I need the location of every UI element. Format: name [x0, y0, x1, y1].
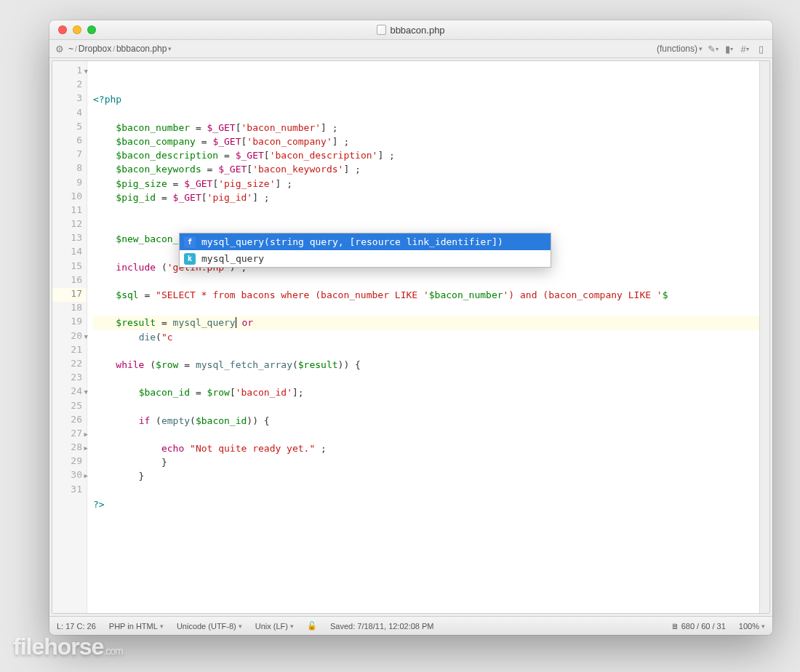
titlebar[interactable]: bbbacon.php: [49, 20, 772, 40]
code-line[interactable]: }: [93, 455, 759, 469]
code-line[interactable]: while ($row = mysql_fetch_array($result)…: [93, 358, 759, 372]
code-line[interactable]: }: [93, 469, 759, 483]
language-selector[interactable]: PHP in HTML▾: [109, 622, 164, 631]
close-button[interactable]: [58, 25, 67, 34]
files-icon[interactable]: ▮▾: [723, 44, 735, 54]
statusbar: L: 17 C: 26 PHP in HTML▾ Unicode (UTF-8)…: [49, 616, 772, 635]
editor-window: bbbacon.php ⚙ ~/Dropbox/bbbacon.php ▾ (f…: [49, 20, 772, 635]
code-line[interactable]: [93, 302, 759, 316]
code-line[interactable]: $result = mysql_query or: [93, 316, 759, 329]
autocomplete-item[interactable]: fmysql_query(string query, [resource lin…: [180, 233, 551, 250]
functions-dropdown[interactable]: (functions)▾: [657, 44, 703, 54]
code-line[interactable]: echo "Not quite ready yet." ;: [93, 441, 759, 455]
code-line[interactable]: <?php: [93, 92, 759, 106]
code-line[interactable]: [93, 428, 759, 441]
code-line[interactable]: $bacon_keywords = $_GET['bacon_keywords'…: [93, 162, 759, 176]
crumb[interactable]: Dropbox: [79, 44, 111, 54]
breadcrumb[interactable]: ~/Dropbox/bbbacon.php ▾: [68, 44, 172, 54]
zoom-level[interactable]: 100%▾: [739, 622, 765, 631]
chevron-down-icon: ▾: [168, 45, 172, 52]
autocomplete-popup[interactable]: fmysql_query(string query, [resource lin…: [179, 233, 551, 268]
code-line[interactable]: [93, 107, 759, 121]
zoom-button[interactable]: [87, 25, 96, 34]
code-line[interactable]: die("c: [93, 330, 759, 344]
lock-icon[interactable]: 🔓: [307, 621, 317, 631]
crumb[interactable]: ~: [68, 44, 73, 54]
autocomplete-item[interactable]: kmysql_query: [180, 250, 551, 267]
document-icon[interactable]: ▯: [755, 44, 767, 54]
pencil-icon[interactable]: ✎▾: [707, 44, 719, 54]
code-line[interactable]: $pig_size = $_GET['pig_size'] ;: [93, 177, 759, 191]
code-line[interactable]: [93, 484, 759, 497]
code-line[interactable]: $sql = "SELECT * from bacons where (baco…: [93, 288, 759, 302]
saved-label: Saved: 7/18/11, 12:02:08 PM: [330, 622, 434, 631]
line-gutter[interactable]: 1▼234567891011121314151617181920▼2122232…: [52, 61, 87, 613]
doc-stats: 🗎 680 / 60 / 31: [671, 622, 726, 631]
code-line[interactable]: $bacon_company = $_GET['bacon_company'] …: [93, 135, 759, 148]
lineending-selector[interactable]: Unix (LF)▾: [255, 622, 294, 631]
code-line[interactable]: [93, 274, 759, 288]
code-line[interactable]: $pig_id = $_GET['pig_id'] ;: [93, 191, 759, 204]
code-line[interactable]: ?>: [93, 497, 759, 511]
window-title: bbbacon.php: [49, 25, 772, 36]
crumb[interactable]: bbbacon.php: [116, 44, 167, 54]
code-line[interactable]: $bacon_description = $_GET['bacon_descri…: [93, 148, 759, 162]
toolbar: ⚙ ~/Dropbox/bbbacon.php ▾ (functions)▾ ✎…: [49, 40, 772, 58]
code-area[interactable]: <?php $bacon_number = $_GET['bacon_numbe…: [87, 61, 759, 613]
cursor-position: L: 17 C: 26: [57, 622, 96, 631]
watermark-logo: filehorse.com: [13, 633, 123, 660]
hash-icon[interactable]: #▾: [739, 44, 751, 54]
editor: 1▼234567891011121314151617181920▼2122232…: [52, 60, 770, 614]
encoding-selector[interactable]: Unicode (UTF-8)▾: [177, 622, 242, 631]
code-line[interactable]: [93, 400, 759, 414]
code-line[interactable]: $bacon_id = $row['bacon_id'];: [93, 385, 759, 399]
code-line[interactable]: [93, 511, 759, 525]
gear-icon[interactable]: ⚙: [55, 44, 64, 55]
scrollbar[interactable]: [759, 61, 769, 613]
file-icon: [377, 25, 386, 35]
minimize-button[interactable]: [73, 25, 81, 34]
code-line[interactable]: $bacon_number = $_GET['bacon_number'] ;: [93, 121, 759, 135]
code-line[interactable]: [93, 204, 759, 218]
title-text: bbbacon.php: [390, 25, 444, 36]
code-line[interactable]: [93, 344, 759, 358]
traffic-lights: [49, 25, 96, 34]
code-line[interactable]: if (empty($bacon_id)) {: [93, 414, 759, 428]
code-line[interactable]: [93, 218, 759, 232]
code-line[interactable]: [93, 372, 759, 385]
